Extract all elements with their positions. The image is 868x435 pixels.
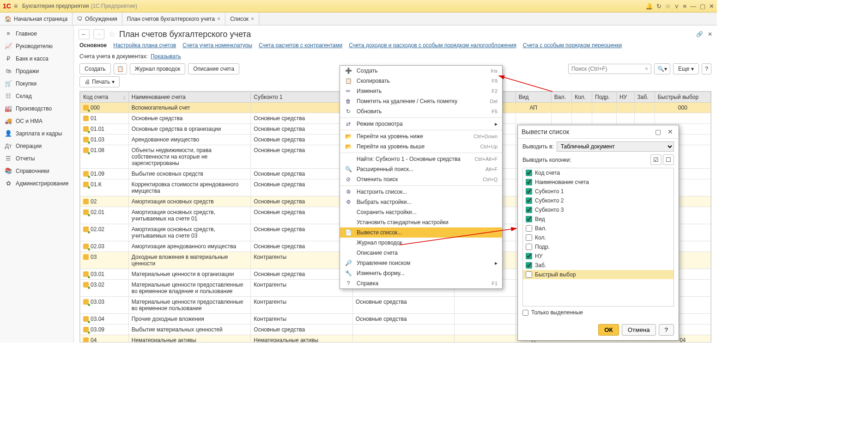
column-checkbox[interactable] (526, 234, 532, 241)
column-checkbox-row[interactable]: Заб. (523, 261, 674, 270)
output-select[interactable]: Табличный документ (557, 141, 674, 152)
tab[interactable]: 🗨Обсуждения (73, 12, 122, 25)
close-panel-icon[interactable]: ✕ (708, 31, 712, 37)
column-checkbox[interactable] (526, 225, 532, 232)
back-button[interactable]: ← (79, 29, 90, 39)
context-item[interactable]: 📂Перейти на уровень вышеCtrl+Up (340, 141, 502, 152)
column-checkbox-row[interactable]: Код счета (523, 168, 674, 178)
dialog-help-button[interactable]: ? (659, 324, 674, 336)
column-checkbox[interactable] (526, 253, 532, 259)
search-input[interactable]: × (568, 64, 651, 74)
column-header[interactable]: Заб. (634, 92, 655, 103)
maximize-icon[interactable]: ▢ (700, 3, 705, 10)
subnav-link[interactable]: Счета расчетов с контрагентами (259, 42, 342, 49)
sidebar-item[interactable]: 📚Справочники (0, 165, 73, 177)
column-checkbox-row[interactable]: Вал. (523, 224, 674, 233)
cancel-button[interactable]: Отмена (622, 324, 656, 336)
column-checkbox[interactable] (526, 271, 532, 278)
dialog-maximize-icon[interactable]: ▢ (653, 128, 663, 135)
column-checkbox[interactable] (526, 216, 532, 222)
context-item[interactable]: ✏ИзменитьF2 (340, 86, 502, 96)
only-selected-checkbox[interactable] (522, 310, 528, 316)
column-checkbox-row[interactable]: НУ (523, 251, 674, 261)
subnav-link[interactable]: Основное (79, 42, 107, 49)
column-header[interactable]: Код счета ↓ (80, 92, 129, 103)
sidebar-item[interactable]: 📈Руководителю (0, 40, 73, 52)
sidebar-item[interactable]: 👤Зарплата и кадры (0, 127, 73, 140)
link-icon[interactable]: 🔗 (696, 31, 703, 37)
column-checkbox[interactable] (526, 188, 532, 195)
check-all-button[interactable]: ☑ (650, 154, 662, 165)
sidebar-item[interactable]: ₽Банк и касса (0, 52, 73, 65)
tab-close-icon[interactable]: × (251, 16, 254, 22)
minimize-icon[interactable]: — (690, 3, 696, 10)
context-item[interactable]: ⚙Выбрать настройки... (340, 197, 502, 207)
column-checkbox-row[interactable]: Субконто 2 (523, 196, 674, 205)
sidebar-item[interactable]: 🏭Производство (0, 102, 73, 115)
context-item[interactable]: Журнал проводок (340, 238, 502, 248)
forward-button[interactable]: → (93, 29, 104, 39)
context-menu[interactable]: ➕СоздатьIns📋СкопироватьF9✏ИзменитьF2🗑Пом… (340, 65, 503, 289)
column-checkbox[interactable] (526, 179, 532, 185)
sidebar-item[interactable]: 🛒Покупки (0, 77, 73, 90)
context-item[interactable]: 🔍Расширенный поиск...Alt+F (340, 164, 502, 174)
column-checkbox-row[interactable]: Подр. (523, 242, 674, 251)
create-button[interactable]: Создать (79, 63, 111, 74)
context-item[interactable]: 🔎Управление поиском▸ (340, 258, 502, 268)
context-item[interactable]: Описание счета (340, 248, 502, 258)
sidebar-item[interactable]: 🛍Продажи (0, 65, 73, 77)
column-header[interactable]: Подр. (592, 92, 617, 103)
column-header[interactable]: НУ (616, 92, 634, 103)
ok-button[interactable]: ОК (598, 324, 619, 336)
column-checkbox[interactable] (526, 170, 532, 176)
tab[interactable]: Список× (225, 12, 259, 25)
sidebar-item[interactable]: ☷Склад (0, 90, 73, 102)
tab[interactable]: План счетов бухгалтерского учета× (122, 12, 225, 25)
dropdown-icon[interactable]: ⋎ (674, 3, 679, 10)
description-button[interactable]: Описание счета (188, 63, 239, 74)
docline-link[interactable]: Показывать (151, 53, 181, 60)
star-icon[interactable]: ☆ (108, 29, 115, 39)
sidebar-item[interactable]: ДтОперации (0, 140, 73, 152)
column-checkbox[interactable] (526, 197, 532, 204)
context-item[interactable]: ↻ОбновитьF5 (340, 106, 502, 116)
column-checkbox-row[interactable]: Наименование счета (523, 178, 674, 187)
subnav-link[interactable]: Счета доходов и расходов с особым порядк… (349, 42, 516, 49)
more-button[interactable]: Еще ▾ (673, 63, 699, 74)
journal-button[interactable]: Журнал проводок (130, 63, 186, 74)
context-item[interactable]: ⊘Отменить поискCtrl+Q (340, 174, 502, 184)
bell-icon[interactable]: 🔔 (645, 3, 653, 10)
close-icon[interactable]: ✕ (709, 3, 714, 10)
columns-list[interactable]: Код счетаНаименование счетаСубконто 1Суб… (522, 168, 674, 306)
column-checkbox[interactable] (526, 262, 532, 269)
context-item[interactable]: Установить стандартные настройки (340, 217, 502, 227)
history-icon[interactable]: ↻ (656, 3, 662, 10)
context-item[interactable]: Сохранить настройки... (340, 207, 502, 217)
column-header[interactable]: Вал. (551, 92, 571, 103)
context-item[interactable]: ➕СоздатьIns (340, 66, 502, 76)
context-item[interactable]: ?СправкаF1 (340, 278, 502, 288)
clear-icon[interactable]: × (645, 66, 648, 72)
menu-icon[interactable]: ≡ (683, 3, 686, 10)
column-checkbox-row[interactable]: Быстрый выбор (523, 270, 674, 279)
sidebar-item[interactable]: ☰Отчеты (0, 152, 73, 165)
column-checkbox-row[interactable]: Субконто 1 (523, 187, 674, 196)
column-checkbox[interactable] (526, 244, 532, 250)
column-checkbox-row[interactable]: Вид (523, 214, 674, 224)
column-checkbox[interactable] (526, 207, 532, 213)
subnav-link[interactable]: Счета учета номенклатуры (182, 42, 252, 49)
context-item[interactable]: 📂Перейти на уровень нижеCtrl+Down (340, 131, 502, 141)
context-item[interactable]: Найти: Субконто 1 - Основные средстваCtr… (340, 154, 502, 164)
sidebar-item[interactable]: 🚚ОС и НМА (0, 115, 73, 127)
copy-button[interactable]: 📋 (114, 63, 127, 74)
print-button[interactable]: 🖨 Печать ▾ (79, 76, 120, 87)
context-item[interactable]: 🔧Изменить форму... (340, 268, 502, 278)
context-item[interactable]: 📄Вывести список... (340, 227, 502, 238)
dialog-close-icon[interactable]: ✕ (666, 128, 675, 135)
context-item[interactable]: 🗑Пометить на удаление / Снять пометкуDel (340, 96, 502, 106)
context-item[interactable]: ⚙Настроить список... (340, 187, 502, 197)
context-item[interactable]: 📋СкопироватьF9 (340, 76, 502, 86)
star-icon[interactable]: ☆ (665, 3, 671, 10)
hamburger-icon[interactable]: ≡ (14, 2, 18, 10)
subnav-link[interactable]: Настройка плана счетов (113, 42, 176, 49)
